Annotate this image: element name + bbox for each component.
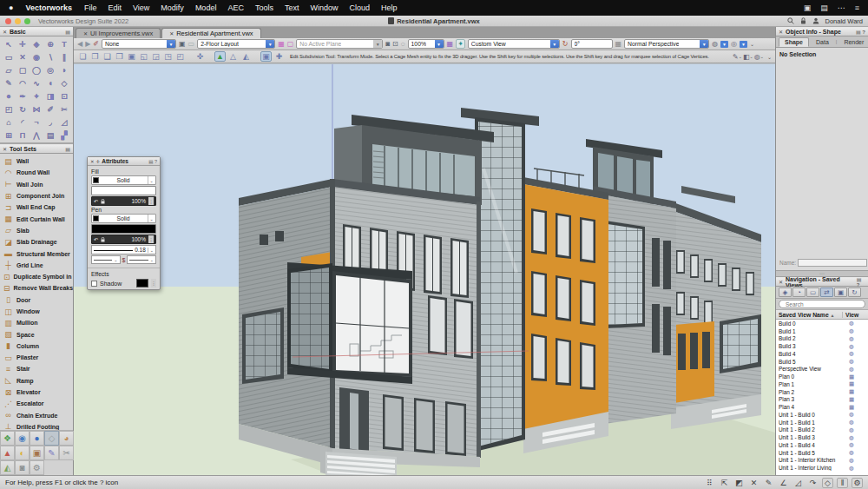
snap-toggle-icon[interactable]: ∠ bbox=[778, 479, 789, 487]
saved-view-icon[interactable]: ▦ bbox=[842, 388, 868, 395]
toolset-category-button[interactable]: ● bbox=[30, 431, 44, 446]
snap-toggle-icon[interactable]: ✎ bbox=[763, 479, 774, 487]
shadow-checkbox[interactable] bbox=[91, 281, 97, 287]
cage-display-icon[interactable]: ▣ bbox=[260, 51, 272, 62]
back-arrow-icon[interactable]: ◀ bbox=[77, 40, 82, 48]
toolbar-overflow-chevron[interactable]: ⌄ bbox=[750, 41, 754, 47]
layer-toggle-icon[interactable]: ▭ bbox=[188, 40, 195, 48]
class-dropdown[interactable]: None▼ bbox=[102, 39, 176, 49]
zoom-line-icon[interactable]: ⊡ bbox=[392, 40, 398, 48]
subdivision-mode-icon[interactable]: ❑ bbox=[102, 51, 113, 62]
chevron-down-icon[interactable]: ▼ bbox=[740, 41, 747, 48]
toolset-item[interactable]: ⊡ Duplicate Symbol in Wall bbox=[0, 271, 73, 282]
basic-tool-button[interactable]: ▭ bbox=[2, 50, 16, 63]
lock-icon[interactable] bbox=[101, 199, 105, 204]
toolset-item[interactable]: ⊟ Remove Wall Breaks bbox=[0, 282, 73, 294]
toolset-item[interactable]: ▥ Mullion bbox=[0, 317, 73, 328]
toolset-item[interactable]: ▭ Pilaster bbox=[0, 352, 73, 363]
axis-mode-icon[interactable]: ◭ bbox=[240, 51, 252, 62]
toolset-category-button[interactable]: ◕ bbox=[59, 431, 74, 446]
basic-tool-button[interactable]: ⊞ bbox=[2, 129, 16, 142]
search-icon[interactable] bbox=[787, 17, 794, 24]
saved-view-dropdown[interactable]: Custom View▼ bbox=[468, 39, 560, 49]
basic-tool-button[interactable]: ✎ bbox=[2, 76, 16, 89]
line-style-dropdown[interactable]: ⌄ bbox=[91, 255, 121, 264]
basic-tool-button[interactable]: ¬ bbox=[30, 116, 43, 129]
saved-view-icon[interactable]: ◍ bbox=[842, 327, 868, 334]
basic-tool-button[interactable]: ⊓ bbox=[16, 129, 30, 142]
navigation-tab-icon[interactable]: ◈ bbox=[779, 287, 792, 297]
subdivision-mode-icon[interactable]: ❒ bbox=[114, 51, 125, 62]
saved-view-row[interactable]: Perspective View ◍ bbox=[776, 366, 868, 373]
saved-view-row[interactable]: Build 0 ◍ bbox=[776, 320, 868, 327]
search-input[interactable] bbox=[786, 301, 862, 307]
basic-tool-button[interactable]: ⌂ bbox=[2, 116, 16, 129]
toolset-item[interactable]: ▮ Column bbox=[0, 340, 73, 352]
snap-toggle-icon[interactable]: ⠿ bbox=[704, 479, 715, 487]
saved-view-row[interactable]: Build 4 ◍ bbox=[776, 350, 868, 358]
basic-tool-button[interactable]: ◉ bbox=[30, 50, 43, 63]
basic-tool-button[interactable]: ◞ bbox=[43, 116, 57, 129]
menu-vectorworks[interactable]: Vectorworks bbox=[25, 3, 72, 12]
snap-toggle-icon[interactable]: ✕ bbox=[748, 479, 760, 487]
basic-tool-button[interactable]: ◜ bbox=[16, 116, 30, 129]
snap-toggle-icon[interactable]: ◿ bbox=[792, 479, 804, 487]
saved-view-icon[interactable]: ◍ bbox=[842, 465, 868, 472]
menu-item[interactable]: View bbox=[133, 3, 149, 12]
tab-close-icon[interactable]: ✕ bbox=[169, 30, 174, 36]
menu-item[interactable]: Window bbox=[310, 3, 338, 12]
basic-tool-button[interactable]: ⊡ bbox=[57, 89, 71, 102]
toolset-category-button[interactable]: ⚙ bbox=[30, 460, 44, 475]
saved-view-row[interactable]: Unit 1 - Interior Kitchen ◍ bbox=[776, 457, 868, 465]
subdivision-mode-icon[interactable]: ◲ bbox=[150, 51, 161, 62]
snap-toggle-icon[interactable]: ↷ bbox=[807, 479, 819, 487]
menu-item[interactable]: AEC bbox=[227, 3, 244, 12]
plan-rotate-icon[interactable]: ▦ bbox=[615, 40, 622, 48]
saved-view-icon[interactable]: ◍ bbox=[842, 411, 868, 418]
object-name-input[interactable] bbox=[798, 259, 867, 267]
palette-menu-icon[interactable]: ▤ ? bbox=[148, 159, 157, 164]
saved-view-icon[interactable]: ▦ bbox=[842, 396, 868, 403]
saved-view-icon[interactable]: ▦ bbox=[842, 373, 868, 380]
tab-shape[interactable]: Shape bbox=[779, 37, 809, 47]
user-icon[interactable] bbox=[812, 17, 819, 24]
subdivision-mode-icon[interactable]: ◱ bbox=[138, 51, 149, 62]
saved-view-icon[interactable]: ◍ bbox=[842, 449, 868, 456]
undo-icon[interactable]: ↶ bbox=[94, 236, 98, 242]
saved-view-icon[interactable]: ▦ bbox=[842, 380, 868, 387]
toolset-item[interactable]: ⊞ Component Join bbox=[0, 190, 73, 202]
basic-tool-button[interactable]: ↖ bbox=[2, 37, 16, 50]
cage-mode-icon[interactable]: ✜ bbox=[194, 51, 206, 62]
toolset-item[interactable]: ▱ Slab bbox=[0, 225, 73, 236]
menu-item[interactable]: Model bbox=[195, 3, 217, 12]
menu-item[interactable]: Cloud bbox=[349, 3, 370, 12]
line-weight-dropdown[interactable]: 0.18 ⌄ bbox=[91, 245, 156, 254]
active-plane-dropdown[interactable]: No Active Plane▼ bbox=[296, 39, 383, 49]
toolset-category-button[interactable]: ▲ bbox=[0, 446, 15, 460]
toolset-item[interactable]: ∞ Chain Extrude bbox=[0, 410, 73, 421]
menubar-status-icon[interactable]: ⋯ bbox=[838, 3, 845, 12]
basic-tool-button[interactable]: ◈ bbox=[30, 37, 43, 50]
basic-tool-button[interactable]: ✂ bbox=[57, 102, 71, 116]
toolset-category-button[interactable]: ✎ bbox=[44, 446, 59, 460]
tab-render[interactable]: Render bbox=[838, 37, 868, 47]
saved-view-icon[interactable]: ◍ bbox=[842, 320, 868, 327]
toolset-category-button[interactable]: ◇ bbox=[44, 431, 59, 446]
magnifier-icon[interactable]: ◌ bbox=[401, 40, 405, 48]
fill-opacity-bar[interactable]: ↶ 100% ⋮ bbox=[91, 196, 156, 206]
close-palette-icon[interactable]: ✕ bbox=[3, 29, 7, 35]
saved-view-row[interactable]: Plan 0 ▦ bbox=[776, 373, 868, 380]
basic-tool-button[interactable]: ✦ bbox=[30, 89, 43, 102]
zoom-window-button[interactable] bbox=[24, 18, 30, 24]
zoom-dropdown[interactable]: 100%▼ bbox=[408, 39, 444, 49]
menu-item[interactable]: Edit bbox=[108, 3, 122, 12]
kebab-menu-icon[interactable]: ⋮ bbox=[151, 279, 156, 287]
tab-residential-apartment[interactable]: ✕ Residential Apartment.vwx bbox=[161, 28, 260, 38]
menubar-status-icon[interactable]: ▤ bbox=[820, 3, 828, 12]
toolset-item[interactable]: ▤ Wall bbox=[0, 155, 73, 167]
basic-tool-button[interactable]: ↻ bbox=[16, 102, 30, 116]
palette-menu-icon[interactable]: ▤ ? bbox=[856, 29, 865, 35]
saved-view-icon[interactable]: ◍ bbox=[842, 358, 868, 365]
close-palette-icon[interactable]: ✕ bbox=[3, 146, 7, 152]
basic-tool-button[interactable]: ✐ bbox=[43, 102, 57, 116]
